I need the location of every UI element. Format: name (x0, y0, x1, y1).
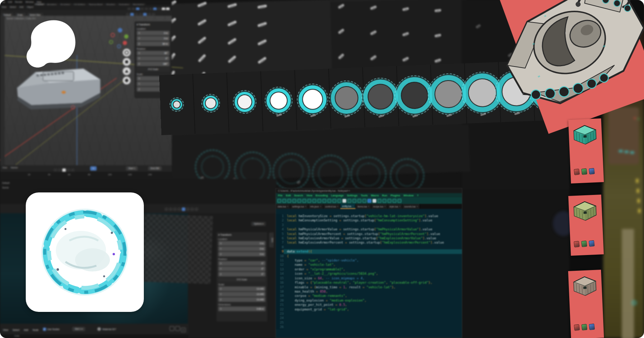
crate-green-icon (572, 199, 599, 224)
crate-teal-icon (572, 122, 599, 147)
crate-brown-card[interactable] (568, 270, 604, 338)
portal-ring-artwork (36, 204, 133, 300)
mini-item-icon-1[interactable] (581, 240, 587, 247)
mini-item-icon-2[interactable] (589, 168, 595, 175)
mini-item-icon-2[interactable] (589, 240, 595, 247)
mini-item-icon-1[interactable] (581, 324, 587, 330)
portal-art-card (26, 192, 144, 312)
patreon-logo[interactable] (23, 19, 77, 69)
mini-item-icons (574, 324, 595, 330)
mini-item-icon-0[interactable] (574, 168, 580, 175)
mini-item-icon-2[interactable] (589, 324, 595, 330)
crate-brown-icon (571, 274, 598, 299)
crate-teal-card[interactable] (568, 118, 604, 183)
crate-green-card[interactable] (568, 195, 604, 256)
mini-item-icon-0[interactable] (574, 241, 580, 248)
mini-item-icons (574, 240, 595, 247)
mini-item-icon-1[interactable] (581, 168, 587, 175)
mini-item-icon-0[interactable] (574, 324, 580, 331)
mini-item-icons (574, 168, 595, 175)
collage-canvas: FileEditRenderWindowHelp LayoutModelingS… (0, 0, 644, 338)
